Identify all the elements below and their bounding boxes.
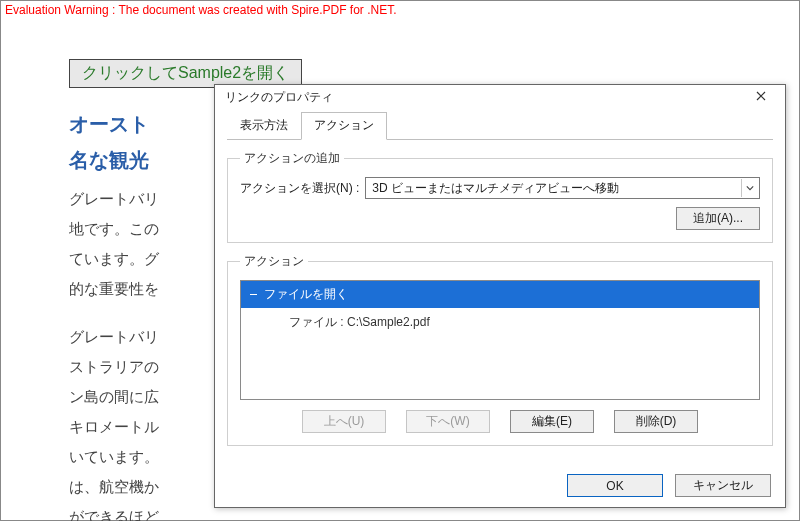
move-up-button: 上へ(U) bbox=[302, 410, 386, 433]
list-item-header[interactable]: ファイルを開く bbox=[241, 281, 759, 308]
close-icon bbox=[756, 90, 766, 104]
dialog-title: リンクのプロパティ bbox=[225, 89, 743, 106]
collapse-icon bbox=[249, 290, 258, 299]
tab-display[interactable]: 表示方法 bbox=[227, 112, 301, 140]
list-item-detail: ファイル : C:\Sample2.pdf bbox=[241, 308, 759, 337]
list-item[interactable]: ファイルを開く ファイル : C:\Sample2.pdf bbox=[241, 281, 759, 337]
move-down-button: 下へ(W) bbox=[406, 410, 490, 433]
close-button[interactable] bbox=[743, 85, 779, 109]
tab-actions[interactable]: アクション bbox=[301, 112, 387, 140]
add-action-button[interactable]: 追加(A)... bbox=[676, 207, 760, 230]
add-action-legend: アクションの追加 bbox=[240, 150, 344, 167]
dialog-footer: OK キャンセル bbox=[215, 464, 785, 509]
delete-button[interactable]: 削除(D) bbox=[614, 410, 698, 433]
page-root: Evaluation Warning : The document was cr… bbox=[0, 0, 800, 521]
action-select-value: 3D ビューまたはマルチメディアビューへ移動 bbox=[372, 180, 741, 197]
actions-group: アクション ファイルを開く ファイル : C:\Sample2.pdf 上へ(U… bbox=[227, 253, 773, 446]
tabstrip: 表示方法 アクション bbox=[227, 111, 773, 140]
dialog-titlebar: リンクのプロパティ bbox=[215, 85, 785, 109]
select-action-label: アクションを選択(N) : bbox=[240, 180, 359, 197]
edit-button[interactable]: 編集(E) bbox=[510, 410, 594, 433]
list-item-title: ファイルを開く bbox=[264, 286, 348, 303]
action-select-combobox[interactable]: 3D ビューまたはマルチメディアビューへ移動 bbox=[365, 177, 760, 199]
actions-legend: アクション bbox=[240, 253, 308, 270]
link-properties-dialog: リンクのプロパティ 表示方法 アクション アクションの追加 アクションを選択(N… bbox=[214, 84, 786, 508]
cancel-button[interactable]: キャンセル bbox=[675, 474, 771, 497]
dialog-body: 表示方法 アクション アクションの追加 アクションを選択(N) : 3D ビュー… bbox=[215, 109, 785, 464]
actions-list[interactable]: ファイルを開く ファイル : C:\Sample2.pdf bbox=[240, 280, 760, 400]
chevron-down-icon bbox=[741, 179, 757, 197]
ok-button[interactable]: OK bbox=[567, 474, 663, 497]
add-action-group: アクションの追加 アクションを選択(N) : 3D ビューまたはマルチメディアビ… bbox=[227, 150, 773, 243]
evaluation-warning: Evaluation Warning : The document was cr… bbox=[5, 3, 397, 17]
